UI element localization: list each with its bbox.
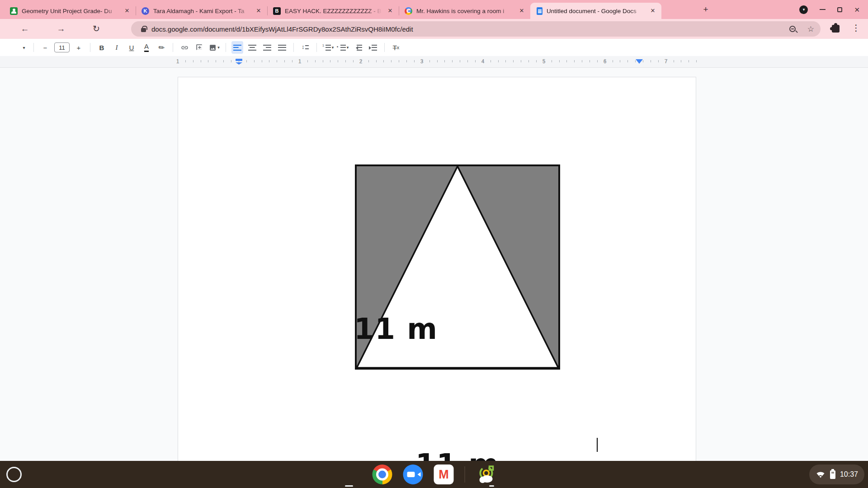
toolbar-divider: [293, 43, 294, 52]
classroom-icon: [10, 7, 18, 15]
close-icon[interactable]: ✕: [255, 7, 263, 15]
align-justify-button[interactable]: [276, 41, 288, 54]
align-center-icon: [248, 45, 256, 51]
highlight-color-button[interactable]: ✎: [153, 39, 170, 56]
numbered-list-icon: [323, 45, 331, 51]
gmail-app-icon[interactable]: M: [434, 465, 454, 484]
wifi-icon: [816, 470, 826, 479]
clear-formatting-button[interactable]: Tx: [390, 41, 402, 54]
image-icon: [209, 44, 217, 52]
left-indent-marker[interactable]: [236, 59, 242, 65]
ruler-number: 2: [359, 58, 363, 65]
indent-icon: [369, 45, 377, 51]
close-icon[interactable]: ✕: [518, 7, 526, 15]
extensions-icon[interactable]: [832, 25, 840, 33]
ruler: 1 1 2 3 4 5 6 7: [0, 56, 868, 68]
maximize-button[interactable]: [837, 7, 842, 12]
document-page[interactable]: 11 m 11 m: [178, 77, 696, 461]
bookmark-star-icon[interactable]: ☆: [807, 24, 814, 34]
increase-font-size-button[interactable]: +: [73, 41, 85, 54]
side-length-label: 11 m: [266, 312, 438, 346]
decrease-indent-button[interactable]: [352, 41, 364, 54]
toolbar-divider: [316, 43, 317, 52]
dropdown-arrow[interactable]: ▾: [347, 45, 349, 50]
align-right-icon: [263, 45, 271, 51]
align-right-button[interactable]: [261, 41, 273, 54]
align-left-icon: [233, 45, 241, 51]
reload-button[interactable]: ↻: [90, 22, 103, 36]
close-icon[interactable]: ✕: [649, 7, 657, 15]
new-tab-button[interactable]: +: [700, 4, 712, 16]
numbered-list-button[interactable]: ▾: [322, 41, 334, 54]
tab-title: Tara Aldamagh - Kami Export - Ta: [153, 8, 250, 14]
insert-image-button[interactable]: ▾: [208, 41, 220, 54]
close-icon[interactable]: ✕: [123, 7, 131, 15]
forward-button[interactable]: →: [54, 22, 68, 36]
shelf-divider: [465, 466, 465, 483]
ruler-ticks: [178, 60, 697, 62]
underline-button[interactable]: U: [126, 41, 137, 54]
align-justify-icon: [278, 45, 286, 51]
document-canvas: 11 m 11 m: [0, 68, 868, 461]
url-text[interactable]: docs.google.com/document/d/1bXEifysWjAtL…: [151, 25, 785, 33]
back-button[interactable]: ←: [18, 22, 32, 36]
bold-button[interactable]: B: [96, 41, 108, 54]
tab-geometry-project[interactable]: Geometry Unit Project Grade- Du ✕: [5, 3, 136, 19]
status-tray[interactable]: 10:37: [809, 465, 864, 484]
zoom-app-icon[interactable]: [403, 465, 423, 484]
chrome-app-icon[interactable]: [373, 465, 392, 484]
kami-icon: K: [142, 7, 149, 15]
close-icon[interactable]: ✕: [386, 7, 394, 15]
decrease-font-size-button[interactable]: −: [39, 41, 51, 54]
line-spacing-icon: [302, 44, 309, 51]
toolbar-divider: [90, 43, 90, 52]
tab-strip: Geometry Unit Project Grade- Du ✕ K Tara…: [0, 0, 868, 19]
add-comment-button[interactable]: [193, 41, 205, 54]
battery-icon: [830, 470, 835, 479]
link-icon: [181, 44, 189, 52]
italic-button[interactable]: I: [111, 41, 123, 54]
screen: Geometry Unit Project Grade- Du ✕ K Tara…: [0, 0, 868, 488]
dropdown-arrow[interactable]: ▾: [217, 45, 220, 50]
ruler-number: 4: [481, 58, 485, 65]
tab-mr-hawkins[interactable]: Mr. Hawkins is covering a room i ✕: [399, 3, 530, 19]
align-center-button[interactable]: [246, 41, 258, 54]
tab-easy-hack[interactable]: B EASY HACK. EZZZZZZZZZZZZ - B ✕: [268, 3, 399, 19]
ruler-number: 3: [420, 58, 424, 65]
launcher-button[interactable]: [6, 467, 22, 482]
tab-title: Untitled document - Google Docs: [547, 8, 645, 14]
font-size-field[interactable]: 11: [54, 42, 70, 52]
bulleted-list-button[interactable]: ▾: [337, 41, 349, 54]
weather-app-icon[interactable]: [476, 465, 496, 484]
shelf: M 10:37: [0, 461, 868, 488]
google-docs-icon: [537, 7, 542, 15]
minimize-button[interactable]: [820, 9, 826, 10]
address-bar[interactable]: docs.google.com/document/d/1bXEifysWjAtL…: [131, 21, 821, 37]
zoom-out-icon[interactable]: [789, 26, 796, 32]
tab-title: EASY HACK. EZZZZZZZZZZZZ - B: [285, 8, 382, 14]
tab-search-button[interactable]: ▾: [799, 5, 808, 14]
tab-untitled-document-active[interactable]: Untitled document - Google Docs ✕: [530, 3, 661, 19]
insert-link-button[interactable]: [179, 41, 190, 54]
browser-menu-icon[interactable]: ⋮: [852, 23, 860, 33]
browser-toolbar: ← → ↻ docs.google.com/document/d/1bXEify…: [0, 19, 868, 39]
text-color-button[interactable]: A: [144, 43, 149, 52]
lock-icon[interactable]: [141, 28, 146, 32]
toolbar-divider: [173, 43, 173, 52]
dropdown-arrow[interactable]: ▾: [332, 45, 334, 50]
google-icon: [405, 7, 412, 15]
styles-dropdown-arrow[interactable]: ▾: [20, 41, 28, 54]
docs-toolbar: ▾ − 11 + B I U A ✎ ▾ ▾ ▾ Tx: [0, 39, 868, 56]
text-cursor: [597, 438, 598, 452]
window-close-button[interactable]: ✕: [854, 6, 860, 13]
ruler-number: 1: [176, 58, 179, 65]
toolbar-divider: [226, 43, 226, 52]
increase-indent-button[interactable]: [367, 41, 379, 54]
align-left-button[interactable]: [231, 41, 243, 54]
tab-kami-export[interactable]: K Tara Aldamagh - Kami Export - Ta ✕: [136, 3, 267, 19]
ruler-number: 5: [542, 58, 546, 65]
right-indent-marker[interactable]: [636, 59, 643, 67]
tab-title: Mr. Hawkins is covering a room i: [416, 8, 514, 14]
line-spacing-button[interactable]: [299, 41, 311, 54]
base-length-label: 11 m: [355, 448, 560, 461]
